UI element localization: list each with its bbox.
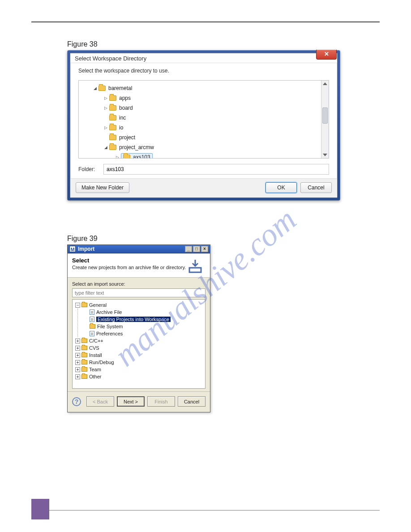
tree-item-baremetal[interactable]: ◢ baremetal [81, 83, 327, 93]
expand-icon[interactable]: + [75, 353, 80, 358]
folder-icon [109, 105, 116, 111]
page-bottom-rule [49, 510, 380, 511]
tree-item-label: apps [119, 95, 131, 101]
expand-icon[interactable]: + [75, 339, 80, 343]
app-icon: M [69, 246, 76, 252]
minimize-button[interactable]: _ [185, 246, 192, 252]
make-new-folder-button[interactable]: Make New Folder [76, 182, 129, 193]
close-button[interactable]: × [201, 246, 208, 252]
src-other[interactable]: + Other [73, 373, 204, 380]
folder-icon [81, 367, 87, 372]
page-accent-block [31, 499, 49, 519]
back-button[interactable]: < Back [86, 396, 114, 407]
tree-item-label: baremetal [108, 85, 132, 91]
finish-button[interactable]: Finish [147, 396, 175, 407]
src-label: Install [89, 352, 102, 358]
expand-icon[interactable]: ▷ [103, 125, 108, 130]
tree-item-project-arcmw[interactable]: ◢ project_arcmw [81, 142, 327, 152]
src-ccpp[interactable]: + C/C++ [73, 337, 204, 344]
folder-field-label: Folder: [78, 166, 103, 172]
project-icon [90, 317, 94, 322]
scrollbar-thumb[interactable] [322, 107, 328, 124]
tree-item-io[interactable]: ▷ io [81, 123, 327, 133]
folder-icon [109, 145, 116, 150]
src-team[interactable]: + Team [73, 366, 204, 373]
collapse-icon[interactable]: − [75, 303, 80, 308]
src-existing-projects[interactable]: Existing Projects into Workspace [81, 316, 204, 323]
src-install[interactable]: + Install [73, 352, 204, 359]
cancel-button[interactable]: Cancel [300, 182, 332, 193]
folder-input[interactable] [103, 164, 329, 175]
maximize-button[interactable]: □ [193, 246, 200, 252]
import-title: Import [78, 246, 94, 252]
expand-icon[interactable]: + [75, 360, 80, 365]
folder-icon [81, 346, 87, 350]
import-source-tree[interactable]: − General Archive File Existing Projects… [72, 299, 206, 389]
src-label: Archive File [96, 309, 122, 315]
tree-item-board[interactable]: ▷ board [81, 103, 327, 113]
expand-icon[interactable]: ▷ [115, 155, 120, 159]
dialog-title: Select Workspace Directory [70, 53, 337, 63]
tree-item-label: project_arcmw [119, 144, 154, 150]
import-dialog: M Import _ □ × Select Create new project… [67, 245, 210, 412]
folder-icon [90, 324, 95, 329]
expand-icon[interactable]: + [75, 346, 80, 351]
src-file-system[interactable]: File System [81, 323, 204, 330]
src-label: Existing Projects into Workspace [96, 317, 171, 322]
folder-icon [81, 303, 87, 307]
import-titlebar: M Import _ □ × [68, 245, 210, 253]
src-rundebug[interactable]: + Run/Debug [73, 359, 204, 366]
src-preferences[interactable]: Preferences [81, 330, 204, 337]
folder-icon [98, 86, 106, 91]
preferences-icon [90, 331, 94, 336]
expand-icon[interactable]: + [75, 367, 80, 372]
expand-icon[interactable]: ▷ [103, 106, 108, 110]
folder-icon [109, 135, 116, 140]
src-general[interactable]: − General [73, 301, 204, 309]
src-label: Team [89, 367, 101, 372]
folder-icon [81, 339, 87, 343]
ok-button[interactable]: OK [265, 182, 297, 193]
tree-item-label: io [119, 124, 123, 131]
tree-item-project[interactable]: project [81, 133, 327, 142]
folder-icon [81, 360, 87, 365]
next-button[interactable]: Next > [117, 396, 145, 407]
folder-icon [109, 115, 116, 120]
collapse-icon[interactable]: ◢ [103, 145, 108, 150]
tree-item-inc[interactable]: inc [81, 113, 327, 123]
tree-item-label: board [119, 105, 133, 111]
folder-icon [123, 154, 130, 159]
src-label: Preferences [96, 331, 123, 336]
scrollbar[interactable] [321, 81, 329, 158]
src-label: Other [89, 374, 102, 379]
figure38-label: Figure 38 [67, 40, 380, 48]
cancel-button[interactable]: Cancel [178, 396, 206, 407]
figure39-label: Figure 39 [67, 235, 380, 243]
folder-icon [109, 125, 116, 130]
archive-icon [90, 309, 94, 315]
tree-item-apps[interactable]: ▷ apps [81, 93, 327, 103]
src-label: General [89, 302, 107, 308]
src-label: C/C++ [89, 338, 103, 343]
tree-item-axs103[interactable]: ▷ axs103 [81, 152, 327, 159]
tree-item-label: axs103 [133, 154, 150, 159]
folder-icon [81, 374, 87, 379]
filter-input[interactable] [72, 288, 206, 297]
src-cvs[interactable]: + CVS [73, 344, 204, 352]
src-label: CVS [89, 345, 99, 351]
help-button[interactable]: ? [72, 397, 81, 406]
folder-icon [81, 353, 87, 357]
src-archive-file[interactable]: Archive File [81, 309, 204, 316]
collapse-icon[interactable]: ◢ [92, 86, 98, 90]
import-icon [186, 257, 205, 276]
close-button[interactable]: ✕ [316, 50, 337, 60]
page-top-rule [31, 21, 380, 22]
src-label: File System [97, 324, 123, 329]
select-workspace-dialog: ✕ Select Workspace Directory Select the … [67, 50, 340, 201]
tree-item-label: inc [119, 115, 126, 121]
directory-tree[interactable]: ◢ baremetal ▷ apps ▷ board [78, 80, 329, 159]
folder-icon [109, 95, 116, 101]
expand-icon[interactable]: + [75, 374, 80, 379]
expand-icon[interactable]: ▷ [103, 96, 108, 100]
dialog-prompt: Select the workspace directory to use. [78, 68, 329, 74]
